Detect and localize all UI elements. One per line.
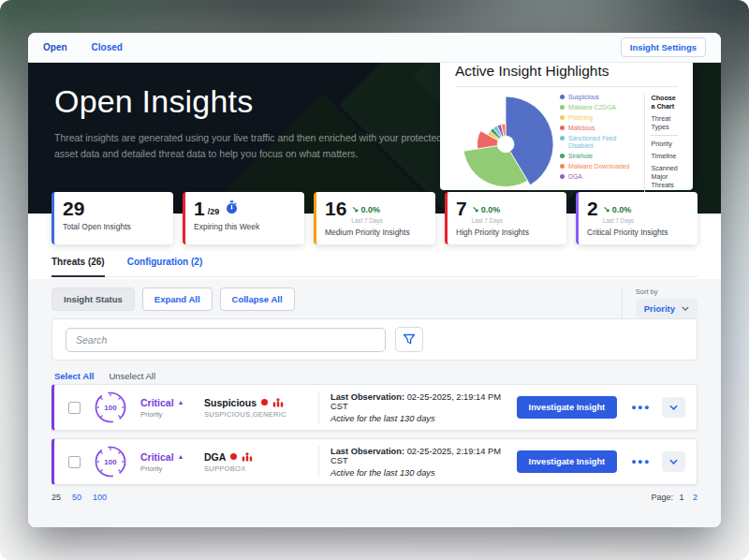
- stat-trend-block: ↘ 0.0% Last 7 Days: [472, 199, 503, 224]
- chart-menu-item[interactable]: Priority: [651, 140, 678, 148]
- tab-open[interactable]: Open: [43, 42, 67, 52]
- sort-by-label: Sort by: [636, 287, 698, 296]
- divider: [318, 391, 319, 423]
- list-footer: 2550100 Page: 1 2: [51, 493, 698, 502]
- expand-row-button[interactable]: [662, 397, 685, 418]
- page-title: Open Insights: [54, 83, 459, 120]
- legend-item[interactable]: Malware Downloaded: [560, 163, 642, 170]
- legend-item[interactable]: Malicious: [560, 125, 642, 132]
- funnel-filter-icon: [403, 333, 416, 346]
- legend-label: Sanctioned Feed Disabled: [568, 135, 642, 151]
- priority-caption: Priority: [140, 410, 200, 419]
- legend-label: DGA: [568, 173, 582, 181]
- legend-item[interactable]: Suspicious: [560, 94, 642, 101]
- legend-color-dot: [560, 105, 565, 110]
- tab-threats[interactable]: Threats (26): [51, 257, 105, 277]
- insight-rows-list: 100 Critical▲ Priority Suspicious SUSPIC…: [51, 384, 698, 493]
- stat-trend-caption: Last 7 Days: [603, 217, 634, 224]
- last-observation-label: Last Observation:: [330, 447, 404, 456]
- threat-title: DGA: [204, 451, 226, 463]
- stat-card: 29 Total Open Insights: [51, 192, 173, 244]
- tab-closed[interactable]: Closed: [92, 42, 123, 52]
- last-observation-label: Last Observation:: [330, 392, 404, 402]
- legend-item[interactable]: Malware C2DGA: [560, 104, 642, 111]
- filter-button[interactable]: [395, 327, 423, 352]
- row-checkbox[interactable]: [68, 456, 81, 468]
- active-insight-highlights-panel: Active Insight Highlights Suspicious Mal…: [440, 52, 693, 190]
- chevron-down-icon: [669, 405, 678, 410]
- trend-down-arrow-icon: ↘: [472, 205, 479, 214]
- stat-value: 7: [456, 199, 467, 218]
- stat-card: 1 /29 Expiring this Week: [183, 192, 304, 244]
- more-actions-button[interactable]: ●●●: [631, 457, 651, 466]
- stat-trend: ↘ 0.0%: [351, 205, 380, 214]
- svg-text:100: 100: [104, 404, 117, 412]
- insight-row: 100 Critical▲ Priority DGA SUPPOBOX Last…: [51, 438, 698, 485]
- tab-configuration[interactable]: Configuration (2): [127, 257, 203, 276]
- screen: Open Closed Insight Settings Open Insigh…: [0, 0, 749, 560]
- legend-color-dot: [560, 115, 565, 120]
- legend-item[interactable]: Sinkhole: [560, 153, 642, 160]
- unselect-all-link[interactable]: Unselect All: [109, 371, 155, 381]
- legend-color-dot: [560, 125, 565, 130]
- priority-triangle-icon: ▲: [178, 399, 184, 405]
- priority-level: Critical: [140, 397, 174, 408]
- more-actions-button[interactable]: ●●●: [631, 403, 651, 412]
- page-size-25[interactable]: 25: [51, 493, 61, 502]
- chart-menu-item-threat-types[interactable]: Threat Types: [651, 114, 678, 136]
- priority-caption: Priority: [140, 464, 200, 473]
- threat-title: Suspicious: [204, 397, 257, 408]
- legend-item[interactable]: Phishing: [560, 114, 642, 122]
- investigate-insight-button[interactable]: Investigate Insight: [517, 396, 618, 419]
- page-size-100[interactable]: 100: [93, 493, 107, 502]
- threat-dot-icon: [261, 399, 268, 405]
- page-size-selector: 2550100: [51, 493, 118, 502]
- search-input[interactable]: [66, 328, 386, 352]
- stat-card: 7 ↘ 0.0% Last 7 Days High Priority Insig…: [445, 192, 566, 244]
- threat-subtitle: SUPPOBOX: [204, 464, 318, 473]
- stopwatch-icon: [226, 200, 238, 214]
- expand-row-button[interactable]: [662, 451, 685, 472]
- content-tab-bar: Threats (26) Configuration (2): [51, 257, 698, 277]
- active-duration-note: Active for the last 130 days: [330, 468, 517, 478]
- insight-status-button[interactable]: Insight Status: [51, 287, 135, 311]
- page-size-50[interactable]: 50: [72, 493, 81, 502]
- chart-menu-item[interactable]: Scanned Major Threats: [651, 164, 678, 189]
- investigate-insight-button[interactable]: Investigate Insight: [517, 450, 618, 473]
- trend-down-arrow-icon: ↘: [603, 205, 610, 214]
- stat-trend: ↘ 0.0%: [603, 205, 632, 214]
- chevron-down-icon: [669, 459, 678, 464]
- chart-menu-item[interactable]: Timeline: [651, 152, 678, 160]
- svg-text:100: 100: [104, 458, 117, 466]
- legend-color-dot: [560, 95, 565, 99]
- legend-item[interactable]: Sanctioned Feed Disabled: [560, 135, 642, 151]
- stat-trend-block: ↘ 0.0% Last 7 Days: [351, 199, 382, 224]
- stat-label: Expiring this Week: [194, 222, 296, 232]
- page-description: Threat insights are generated using your…: [54, 130, 459, 162]
- stat-value: 1: [194, 199, 205, 218]
- stat-trend-caption: Last 7 Days: [472, 217, 503, 224]
- threat-subtitle: SUSPICIOUS,GENERIC: [204, 410, 318, 419]
- insight-settings-button[interactable]: Insight Settings: [621, 37, 706, 57]
- stat-value: 16: [325, 199, 346, 218]
- legend-item[interactable]: DGA: [560, 173, 642, 181]
- threat-types-rose-chart: [455, 91, 560, 196]
- stat-card: 2 ↘ 0.0% Last 7 Days Critical Priority I…: [576, 192, 698, 244]
- current-page: 1: [679, 493, 683, 502]
- row-checkbox[interactable]: [68, 402, 81, 414]
- select-all-link[interactable]: Select All: [54, 371, 94, 381]
- page-2-link[interactable]: 2: [693, 493, 698, 502]
- sort-dropdown-value: Priority: [644, 303, 675, 314]
- stat-label: Total Open Insights: [63, 222, 165, 232]
- top-navigation-bar: Open Closed Insight Settings: [28, 33, 721, 63]
- stat-fraction: /29: [208, 207, 220, 216]
- legend-label: Malicious: [568, 125, 595, 132]
- collapse-all-button[interactable]: Collapse All: [220, 287, 295, 311]
- highlights-title: Active Insight Highlights: [455, 63, 678, 80]
- stat-trend: ↘ 0.0%: [472, 205, 501, 214]
- expand-all-button[interactable]: Expand All: [142, 287, 213, 311]
- trend-down-arrow-icon: ↘: [351, 205, 359, 214]
- priority-gauge-icon: 100: [93, 444, 128, 479]
- stat-value: 2: [587, 199, 598, 218]
- sort-dropdown[interactable]: Priority: [636, 299, 698, 318]
